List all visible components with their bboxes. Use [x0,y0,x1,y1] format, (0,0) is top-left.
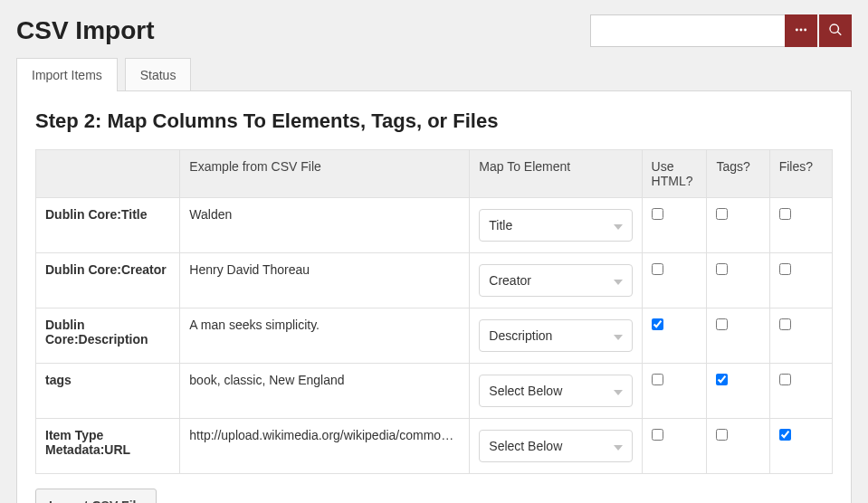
example-value: book, classic, New England [180,364,470,419]
map-to-element-select[interactable]: Title [479,209,632,242]
files-cell [769,308,832,364]
chevron-down-icon [614,384,623,398]
tags-checkbox[interactable] [716,208,728,220]
example-value: A man seeks simplicity. [180,308,470,364]
tab-status[interactable]: Status [125,58,192,91]
tags-checkbox[interactable] [716,429,728,441]
map-cell: Select Below [470,419,642,474]
select-label: Title [489,218,512,233]
files-cell [769,198,832,253]
files-checkbox[interactable] [779,318,791,330]
col-header-blank [36,150,180,198]
search-area [590,14,852,47]
import-csv-button[interactable]: Import CSV File [35,489,157,503]
chevron-down-icon [614,439,623,453]
use-html-checkbox[interactable] [652,429,663,441]
table-row: Item Type Metadata:URLhttp://upload.wiki… [36,419,833,474]
map-cell: Description [470,308,642,364]
example-value: Walden [180,198,470,253]
column-name: Dublin Core:Creator [36,253,180,308]
map-to-element-select[interactable]: Select Below [479,375,632,407]
map-cell: Title [470,198,642,253]
tags-checkbox[interactable] [716,374,728,385]
map-to-element-select[interactable]: Select Below [479,430,632,462]
tags-cell [707,198,769,253]
tags-checkbox[interactable] [716,263,728,275]
table-row: tagsbook, classic, New EnglandSelect Bel… [36,364,833,419]
use_html-cell [642,364,707,419]
table-row: Dublin Core:DescriptionA man seeks simpl… [36,308,833,364]
svg-point-0 [796,28,798,31]
chevron-down-icon [614,273,623,288]
tags-cell [707,364,769,419]
page-title: CSV Import [16,16,154,45]
column-name: Item Type Metadata:URL [36,419,180,474]
select-label: Description [489,328,552,343]
use_html-cell [642,308,707,364]
use_html-cell [642,198,707,253]
files-cell [769,419,832,474]
use-html-checkbox[interactable] [652,318,663,330]
advanced-search-button[interactable] [785,14,817,47]
files-cell [769,364,832,419]
chevron-down-icon [614,218,623,233]
map-cell: Creator [470,253,642,308]
col-header-example: Example from CSV File [180,150,470,198]
tags-checkbox[interactable] [716,318,728,330]
ellipsis-icon [794,23,808,40]
column-name: Dublin Core:Description [36,308,180,364]
use-html-checkbox[interactable] [652,263,663,275]
tags-cell [707,419,769,474]
example-value: http://upload.wikimedia.org/wikipedia/co… [180,419,470,474]
example-value: Henry David Thoreau [180,253,470,308]
search-icon [828,23,843,40]
search-button[interactable] [819,14,852,47]
search-input[interactable] [590,14,785,47]
svg-point-2 [804,28,806,31]
step-heading: Step 2: Map Columns To Elements, Tags, o… [35,109,833,133]
files-checkbox[interactable] [779,374,791,385]
chevron-down-icon [614,328,623,343]
tab-import-items[interactable]: Import Items [16,58,118,91]
use-html-checkbox[interactable] [652,208,663,220]
col-header-usehtml: Use HTML? [642,150,707,198]
use_html-cell [642,253,707,308]
select-label: Select Below [489,384,562,398]
tags-cell [707,253,769,308]
use-html-checkbox[interactable] [652,374,663,385]
files-checkbox[interactable] [779,208,791,220]
select-label: Select Below [489,439,562,453]
column-name: Dublin Core:Title [36,198,180,253]
use_html-cell [642,419,707,474]
mapping-table: Example from CSV File Map To Element Use… [35,149,833,474]
svg-point-1 [800,28,803,31]
col-header-tags: Tags? [707,150,769,198]
tags-cell [707,308,769,364]
col-header-mapto: Map To Element [470,150,642,198]
files-checkbox[interactable] [779,263,791,275]
select-label: Creator [489,273,531,288]
column-name: tags [36,364,180,419]
col-header-files: Files? [769,150,832,198]
tab-bar: Import Items Status [0,58,868,91]
map-to-element-select[interactable]: Creator [479,264,632,297]
table-row: Dublin Core:TitleWaldenTitle [36,198,833,253]
map-cell: Select Below [470,364,642,419]
files-cell [769,253,832,308]
map-to-element-select[interactable]: Description [479,319,632,352]
table-row: Dublin Core:CreatorHenry David ThoreauCr… [36,253,833,308]
files-checkbox[interactable] [779,429,791,441]
main-panel: Step 2: Map Columns To Elements, Tags, o… [16,90,852,503]
